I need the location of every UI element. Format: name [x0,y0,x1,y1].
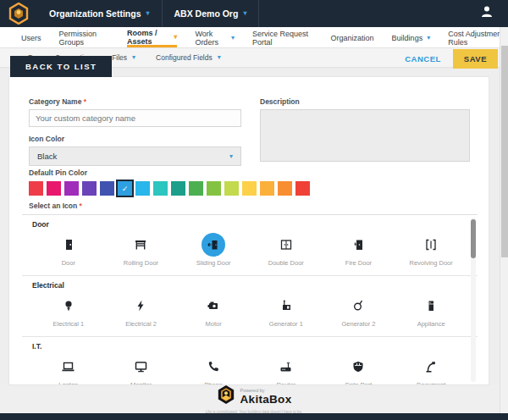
icon-option-monitor[interactable]: Monitor [105,352,178,384]
pin-color-swatch[interactable] [295,181,310,196]
pin-color-swatch[interactable] [189,181,203,196]
tab-work-orders[interactable]: Work Orders▾ [195,27,235,47]
pin-color-swatch[interactable] [135,181,150,196]
lightbulb-icon [57,294,80,318]
default-pin-color-label: Default Pin Color [29,169,310,177]
icon-option-motor[interactable]: Motor [177,291,250,333]
tab-buildings[interactable]: Buildings▾ [392,27,431,47]
phone-icon [202,355,225,379]
subtab-files[interactable]: Files▾ [112,53,135,62]
tab-rooms-assets[interactable]: Rooms / Assets▾ [127,27,177,47]
rolling-door-icon [129,233,152,257]
icon-option-double-door[interactable]: Double Door [250,230,323,272]
category-form-card: Category Name * Icon Color Black ▾ Descr… [8,76,489,385]
icon-option-generator-2[interactable]: Generator 2 [323,291,395,333]
pin-color-swatch[interactable] [64,181,79,196]
divider [258,0,259,27]
subtab-configured-fields[interactable]: Configured Fields▾ [156,53,221,62]
fire-door-icon [346,233,370,257]
data-port-icon [346,355,370,379]
chevron-down-icon: ▾ [231,35,235,41]
icon-option-fire-door[interactable]: Fire Door [323,230,395,272]
pin-color-swatch[interactable] [100,181,114,196]
icon-option-electrical-1[interactable]: Electrical 1 [32,291,105,333]
icon-section-it: I.T. Laptop Monitor [22,337,478,384]
required-asterisk: * [80,202,82,210]
appliance-icon [419,294,443,318]
pin-color-swatch[interactable] [278,181,292,196]
tab-service-request-portal[interactable]: Service Request Portal [252,27,313,47]
icon-option-sliding-door-selected[interactable]: Sliding Door [177,230,250,272]
org-selector-label: ABX Demo Org [174,8,239,19]
tab-permission-groups[interactable]: Permission Groups [59,27,110,47]
icon-option-router[interactable]: Router [250,352,323,384]
monitor-icon [129,355,152,379]
back-to-list-button[interactable]: BACK TO LIST [10,56,112,77]
icon-option-appliance[interactable]: Appliance [395,291,467,333]
icon-option-door[interactable]: Door [32,230,105,272]
icon-option-laptop[interactable]: Laptop [32,352,105,384]
user-account-icon[interactable] [479,4,494,23]
save-button[interactable]: SAVE [453,49,498,69]
footer: Powered by AkitaBox Life is complicated.… [0,385,508,413]
tab-organization[interactable]: Organization [331,27,374,47]
akitabox-logo-icon [0,3,37,25]
icon-option-phone[interactable]: Phone [177,352,250,384]
pin-color-swatch[interactable] [260,181,274,196]
pin-color-swatch[interactable] [29,181,43,196]
required-asterisk: * [84,97,86,106]
icon-option-document-camera[interactable]: Document Camera [395,352,467,384]
pin-color-swatch[interactable] [47,181,61,196]
router-icon [274,355,298,379]
icon-option-data-port[interactable]: Data Port [323,352,395,384]
pin-color-swatch[interactable] [82,181,97,196]
category-name-input[interactable] [29,109,241,127]
org-settings-menu[interactable]: Organization Settings ▾ [37,0,162,27]
section-title: I.T. [32,342,467,351]
double-door-icon [274,233,298,257]
main-nav: Users Permission Groups Rooms / Assets▾ … [0,27,508,48]
icon-option-electrical-2[interactable]: Electrical 2 [105,291,178,333]
pin-color-swatch[interactable] [224,181,239,196]
sliding-door-icon [202,233,225,257]
document-camera-icon [419,355,443,379]
icon-option-revolving-door[interactable]: Revolving Door [395,230,467,272]
chevron-down-icon: ▾ [132,54,135,61]
chevron-down-icon: ▾ [218,54,221,61]
pin-color-swatch[interactable] [242,181,257,196]
chevron-down-icon: ▾ [243,10,246,17]
check-icon: ✓ [122,185,129,193]
page-scrollbar-track [500,27,508,413]
icon-list-scrollbar-thumb[interactable] [471,219,476,258]
description-textarea[interactable] [260,109,470,162]
pin-color-swatch-selected[interactable]: ✓ [118,181,132,196]
pin-color-swatches: ✓ [29,181,310,196]
cancel-button[interactable]: CANCEL [405,54,441,64]
top-app-bar: Organization Settings ▾ ABX Demo Org ▾ [0,0,508,27]
generator-2-icon [346,294,370,318]
select-icon-label: Select an Icon * [29,202,82,210]
footer-brand-name: AkitaBox [240,393,292,406]
pin-color-swatch[interactable] [171,181,185,196]
tab-users[interactable]: Users [21,27,41,47]
section-title: Electrical [32,281,467,290]
revolving-door-icon [419,233,443,257]
icon-color-label: Icon Color [29,135,241,143]
org-settings-label: Organization Settings [49,8,141,19]
lightning-bolt-icon [129,294,152,318]
icon-option-rolling-door[interactable]: Rolling Door [105,230,178,272]
icon-option-generator-1[interactable]: Generator 1 [250,291,323,333]
page-scrollbar-thumb[interactable] [501,46,508,257]
icon-picker-list: Door Door Rolling Door [22,214,478,384]
pin-color-swatch[interactable] [207,181,221,196]
pin-color-swatch[interactable] [153,181,168,196]
icon-section-electrical: Electrical Electrical 1 Electrical 2 [22,276,478,337]
org-selector-menu[interactable]: ABX Demo Org ▾ [163,0,259,27]
motor-icon [202,294,225,318]
form-actions: CANCEL SAVE [405,49,498,69]
chevron-down-icon: ▾ [229,153,233,160]
description-label: Description [260,97,470,106]
icon-color-select[interactable]: Black ▾ [29,146,241,166]
door-icon [57,233,80,257]
icon-list-scrollbar-track [471,218,476,382]
